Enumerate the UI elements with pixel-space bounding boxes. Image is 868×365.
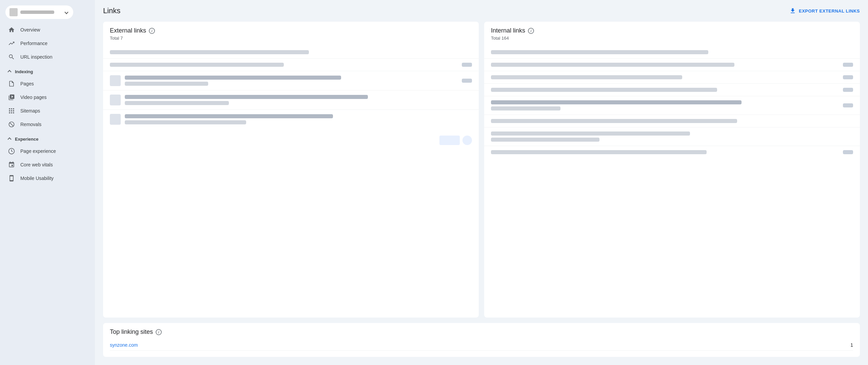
row-icon: [110, 114, 121, 125]
table-row: [103, 110, 479, 129]
page-title: Links: [103, 6, 120, 15]
table-row: [484, 71, 860, 84]
sitemaps-icon: [8, 107, 15, 114]
sidebar-item-page-experience[interactable]: Page experience: [0, 144, 91, 158]
external-links-title: External links: [110, 27, 146, 34]
export-button-label: EXPORT EXTERNAL LINKS: [799, 8, 860, 14]
top-linking-sites-title: Top linking sites: [110, 328, 153, 336]
external-links-pagination: [103, 131, 479, 149]
sidebar-item-removals[interactable]: Removals: [0, 118, 91, 131]
main-content: Links EXPORT EXTERNAL LINKS External lin…: [95, 0, 868, 365]
trending-up-icon: [8, 40, 15, 47]
top-linking-sites-info-icon[interactable]: i: [156, 329, 162, 335]
experience-icon: [8, 148, 15, 155]
property-avatar: [9, 8, 18, 16]
sidebar-label-video-pages: Video pages: [20, 95, 47, 100]
linking-site-name: synzone.com: [110, 342, 138, 348]
sidebar: Overview Performance URL inspection Inde…: [0, 0, 95, 365]
sidebar-label-overview: Overview: [20, 27, 40, 33]
sidebar-item-mobile-usability[interactable]: Mobile Usability: [0, 171, 91, 185]
search-icon: [8, 54, 15, 60]
table-row: [484, 84, 860, 96]
table-row: [484, 115, 860, 127]
topbar: Links EXPORT EXTERNAL LINKS: [95, 0, 868, 22]
chevron-down-icon: [64, 10, 68, 14]
sidebar-header: [0, 0, 95, 23]
experience-label: Experience: [15, 137, 38, 142]
sidebar-label-core-web-vitals: Core web vitals: [20, 162, 53, 167]
external-links-info-icon[interactable]: i: [149, 28, 155, 34]
vitals-icon: [8, 161, 15, 168]
row-icon: [110, 95, 121, 105]
table-row: [103, 71, 479, 90]
top-linking-sites-title-row: Top linking sites i: [110, 328, 853, 336]
table-row: [484, 146, 860, 158]
pagination-next-icon[interactable]: [462, 136, 472, 145]
sidebar-item-core-web-vitals[interactable]: Core web vitals: [0, 158, 91, 171]
table-row: [484, 46, 860, 59]
internal-links-title-row: Internal links i: [491, 27, 853, 34]
export-external-links-button[interactable]: EXPORT EXTERNAL LINKS: [789, 7, 860, 14]
external-links-list: [103, 43, 479, 131]
table-row: [484, 96, 860, 115]
sidebar-label-sitemaps: Sitemaps: [20, 108, 40, 114]
internal-links-info-icon[interactable]: i: [528, 28, 534, 34]
collapse-icon: [7, 70, 11, 74]
home-icon: [8, 26, 15, 33]
external-links-header: External links i Total 7: [103, 22, 479, 43]
table-row: [103, 59, 479, 71]
property-name: [20, 11, 54, 14]
pages-icon: [8, 80, 15, 87]
sidebar-item-url-inspection[interactable]: URL inspection: [0, 50, 91, 64]
sidebar-label-url-inspection: URL inspection: [20, 54, 52, 60]
indexing-label: Indexing: [15, 69, 33, 74]
internal-links-header: Internal links i Total 164: [484, 22, 860, 43]
sidebar-item-pages[interactable]: Pages: [0, 77, 91, 90]
sidebar-item-performance[interactable]: Performance: [0, 37, 91, 50]
sidebar-item-video-pages[interactable]: Video pages: [0, 90, 91, 104]
table-row: [103, 46, 479, 59]
sidebar-label-removals: Removals: [20, 122, 41, 127]
external-links-card: External links i Total 7: [103, 22, 479, 318]
pagination-button[interactable]: [439, 136, 460, 145]
top-linking-sites-card: Top linking sites i synzone.com 1: [103, 323, 860, 357]
sidebar-item-overview[interactable]: Overview: [0, 23, 91, 37]
list-item[interactable]: synzone.com 1: [110, 340, 853, 351]
indexing-section[interactable]: Indexing: [0, 64, 95, 77]
download-icon: [789, 7, 796, 14]
table-row: [103, 90, 479, 110]
row-icon: [110, 75, 121, 86]
internal-links-title: Internal links: [491, 27, 525, 34]
mobile-icon: [8, 175, 15, 182]
sidebar-label-mobile-usability: Mobile Usability: [20, 176, 54, 181]
content-area: External links i Total 7: [95, 22, 868, 365]
table-row: [484, 127, 860, 146]
external-links-total: Total 7: [110, 36, 472, 41]
links-cards-row: External links i Total 7: [103, 22, 860, 318]
sidebar-label-performance: Performance: [20, 41, 47, 46]
experience-section[interactable]: Experience: [0, 131, 95, 144]
sidebar-item-sitemaps[interactable]: Sitemaps: [0, 104, 91, 118]
linking-site-count: 1: [850, 342, 853, 348]
internal-links-list: [484, 43, 860, 161]
experience-collapse-icon: [7, 137, 11, 141]
internal-links-card: Internal links i Total 164: [484, 22, 860, 318]
property-selector[interactable]: [5, 5, 73, 19]
external-links-title-row: External links i: [110, 27, 472, 34]
removals-icon: [8, 121, 15, 128]
sidebar-label-pages: Pages: [20, 81, 34, 86]
video-icon: [8, 94, 15, 101]
internal-links-total: Total 164: [491, 36, 853, 41]
sidebar-label-page-experience: Page experience: [20, 148, 56, 154]
table-row: [484, 59, 860, 71]
